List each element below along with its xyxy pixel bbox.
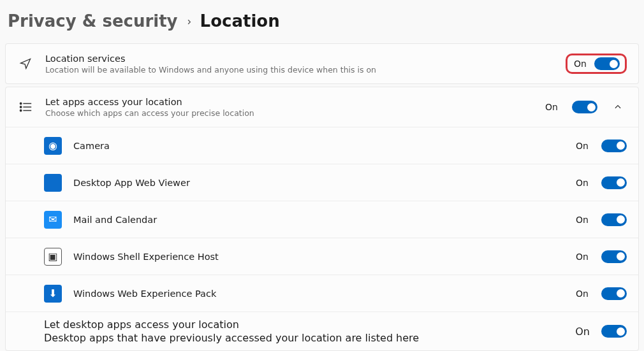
apps-access-sub: Choose which apps can access your precis… <box>45 108 534 118</box>
app-label: Windows Shell Experience Host <box>73 252 564 262</box>
desktop-apps-row: Let desktop apps access your location De… <box>6 312 638 350</box>
chevron-up-icon[interactable] <box>609 98 627 116</box>
app-toggle-camera[interactable] <box>601 140 627 152</box>
app-row-mail: ✉ Mail and Calendar On <box>6 201 638 238</box>
location-services-state: On <box>574 59 588 69</box>
location-services-title: Location services <box>45 54 554 64</box>
svg-point-0 <box>20 103 21 104</box>
camera-icon: ◉ <box>44 137 62 155</box>
app-toggle-mail[interactable] <box>601 213 627 226</box>
page-title: Location <box>200 11 280 31</box>
apps-access-header[interactable]: Let apps access your location Choose whi… <box>6 87 638 127</box>
app-toggle-shell[interactable] <box>601 250 627 263</box>
app-row-webexp: ⬇ Windows Web Experience Pack On <box>6 275 638 312</box>
svg-point-4 <box>20 110 21 111</box>
app-label: Mail and Calendar <box>73 215 564 225</box>
svg-point-2 <box>20 106 21 108</box>
location-services-toggle-highlight: On <box>566 54 627 74</box>
app-row-webview: Desktop App Web Viewer On <box>6 164 638 201</box>
breadcrumb: Privacy & security Location <box>0 0 644 43</box>
app-label: Camera <box>73 141 564 151</box>
list-settings-icon <box>17 99 34 115</box>
app-row-camera: ◉ Camera On <box>6 127 638 164</box>
webexp-icon: ⬇ <box>44 285 62 303</box>
chevron-right-icon <box>186 17 193 28</box>
app-state: On <box>576 141 589 151</box>
location-arrow-icon <box>17 55 34 72</box>
app-toggle-webview[interactable] <box>601 176 627 189</box>
desktop-apps-sub: Desktop apps that have previously access… <box>44 332 564 344</box>
desktop-apps-state: On <box>575 326 590 338</box>
mail-icon: ✉ <box>44 211 62 229</box>
app-state: On <box>576 289 589 299</box>
app-label: Desktop App Web Viewer <box>73 178 564 188</box>
shell-icon: ▣ <box>44 248 62 266</box>
app-toggle-webexp[interactable] <box>601 287 627 300</box>
location-services-toggle[interactable] <box>594 57 620 70</box>
location-services-sub: Location will be available to Windows an… <box>45 65 554 75</box>
desktop-apps-toggle[interactable] <box>601 325 627 338</box>
app-row-shell: ▣ Windows Shell Experience Host On <box>6 238 638 275</box>
apps-access-title: Let apps access your location <box>45 97 534 107</box>
app-state: On <box>576 178 589 188</box>
app-label: Windows Web Experience Pack <box>73 289 564 299</box>
card-apps-access: Let apps access your location Choose whi… <box>5 87 639 351</box>
app-state: On <box>576 252 589 262</box>
card-location-services: Location services Location will be avail… <box>5 43 639 84</box>
app-state: On <box>576 215 589 225</box>
apps-access-state: On <box>545 102 559 112</box>
apps-access-toggle[interactable] <box>572 101 597 113</box>
desktop-apps-title: Let desktop apps access your location <box>44 319 564 331</box>
breadcrumb-parent[interactable]: Privacy & security <box>8 11 178 31</box>
webview-icon <box>44 174 62 192</box>
